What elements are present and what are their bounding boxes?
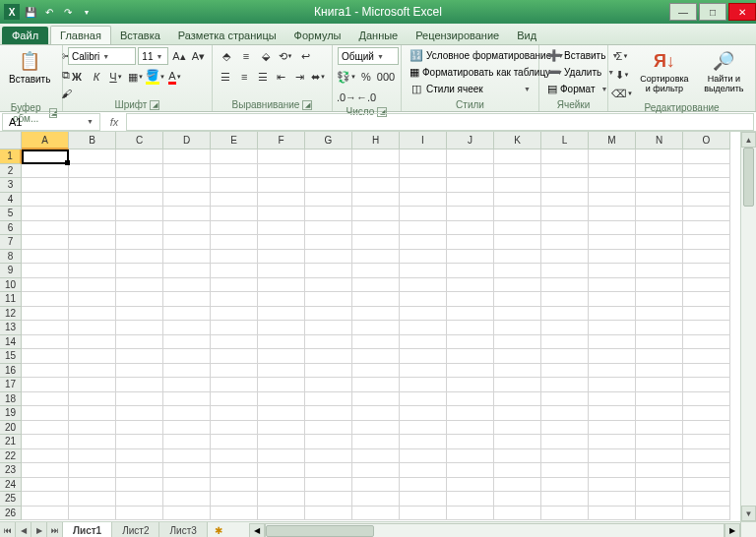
cell[interactable] <box>447 278 494 293</box>
row-header[interactable]: 9 <box>0 264 22 278</box>
cell[interactable] <box>494 250 541 265</box>
cell[interactable] <box>69 449 116 464</box>
cell[interactable] <box>541 292 589 307</box>
font-size-combo[interactable]: 11▼ <box>138 47 168 65</box>
cell[interactable] <box>636 378 683 392</box>
cell[interactable] <box>589 235 636 250</box>
cell[interactable] <box>683 406 730 421</box>
cell[interactable] <box>211 463 258 478</box>
cell[interactable] <box>447 449 494 464</box>
cell[interactable] <box>258 207 305 221</box>
cell[interactable] <box>69 292 116 307</box>
cell[interactable] <box>541 264 589 278</box>
cell[interactable] <box>22 164 69 179</box>
cell[interactable] <box>22 250 69 265</box>
cell[interactable] <box>258 392 305 407</box>
cell[interactable] <box>211 178 258 193</box>
sheet-nav-next[interactable]: ▶ <box>32 522 47 537</box>
cell[interactable] <box>163 193 211 208</box>
cell[interactable] <box>589 435 636 449</box>
cell[interactable] <box>305 449 352 464</box>
cell[interactable] <box>400 235 447 250</box>
cell[interactable] <box>258 478 305 493</box>
row-header[interactable]: 8 <box>0 250 22 265</box>
cell[interactable] <box>352 149 400 164</box>
cell[interactable] <box>400 221 447 236</box>
row-header[interactable]: 10 <box>0 278 22 293</box>
scroll-right-button[interactable]: ▶ <box>724 523 740 538</box>
row-header[interactable]: 20 <box>0 421 22 436</box>
cell[interactable] <box>69 421 116 436</box>
cell[interactable] <box>163 250 211 265</box>
cell[interactable] <box>400 435 447 449</box>
cell[interactable] <box>163 406 211 421</box>
cell[interactable] <box>211 250 258 265</box>
cell[interactable] <box>400 406 447 421</box>
comma-button[interactable]: 000 <box>377 68 395 86</box>
cell[interactable] <box>683 264 730 278</box>
cell[interactable] <box>211 335 258 350</box>
cell[interactable] <box>305 435 352 449</box>
cell[interactable] <box>22 235 69 250</box>
cell[interactable] <box>683 507 730 521</box>
cell[interactable] <box>69 392 116 407</box>
cell[interactable] <box>258 463 305 478</box>
cell[interactable] <box>258 406 305 421</box>
cell[interactable] <box>22 335 69 350</box>
cell[interactable] <box>69 321 116 335</box>
cell[interactable] <box>352 292 400 307</box>
cell[interactable] <box>305 507 352 521</box>
cell[interactable] <box>494 463 541 478</box>
cell[interactable] <box>116 406 163 421</box>
cell[interactable] <box>541 435 589 449</box>
cell[interactable] <box>683 392 730 407</box>
cell[interactable] <box>352 478 400 493</box>
cell[interactable] <box>69 264 116 278</box>
cell[interactable] <box>589 250 636 265</box>
cell[interactable] <box>636 406 683 421</box>
cell[interactable] <box>683 364 730 379</box>
cell[interactable] <box>211 278 258 293</box>
cell[interactable] <box>22 364 69 379</box>
cell[interactable] <box>211 221 258 236</box>
cell[interactable] <box>69 364 116 379</box>
cell[interactable] <box>541 335 589 350</box>
new-sheet-button[interactable]: ✱ <box>208 522 229 537</box>
vscroll-thumb[interactable] <box>743 148 754 207</box>
row-header[interactable]: 26 <box>0 507 22 521</box>
cell[interactable] <box>163 392 211 407</box>
cell[interactable] <box>494 321 541 335</box>
cell[interactable] <box>163 349 211 364</box>
cell[interactable] <box>258 250 305 265</box>
cell[interactable] <box>447 250 494 265</box>
row-header[interactable]: 25 <box>0 492 22 507</box>
cell[interactable] <box>494 164 541 179</box>
row-header[interactable]: 7 <box>0 235 22 250</box>
cell[interactable] <box>636 435 683 449</box>
resize-handle[interactable] <box>740 522 756 537</box>
cell[interactable] <box>636 178 683 193</box>
font-dialog-launcher[interactable]: ◢ <box>150 100 159 110</box>
cell[interactable] <box>589 149 636 164</box>
cell[interactable] <box>22 349 69 364</box>
alignment-dialog-launcher[interactable]: ◢ <box>302 100 312 110</box>
number-format-combo[interactable]: Общий▼ <box>338 47 399 65</box>
cell[interactable] <box>258 193 305 208</box>
cell[interactable] <box>683 435 730 449</box>
cell[interactable] <box>541 478 589 493</box>
cell[interactable] <box>636 221 683 236</box>
cell[interactable] <box>69 235 116 250</box>
cell[interactable] <box>258 335 305 350</box>
cell[interactable] <box>163 235 211 250</box>
cell[interactable] <box>305 149 352 164</box>
cell[interactable] <box>447 349 494 364</box>
align-right-button[interactable]: ☰ <box>255 68 272 86</box>
cell[interactable] <box>69 478 116 493</box>
cell[interactable] <box>305 406 352 421</box>
cell[interactable] <box>258 492 305 507</box>
cell[interactable] <box>589 278 636 293</box>
cell[interactable] <box>211 207 258 221</box>
cell[interactable] <box>683 463 730 478</box>
cell[interactable] <box>305 364 352 379</box>
cell[interactable] <box>116 478 163 493</box>
